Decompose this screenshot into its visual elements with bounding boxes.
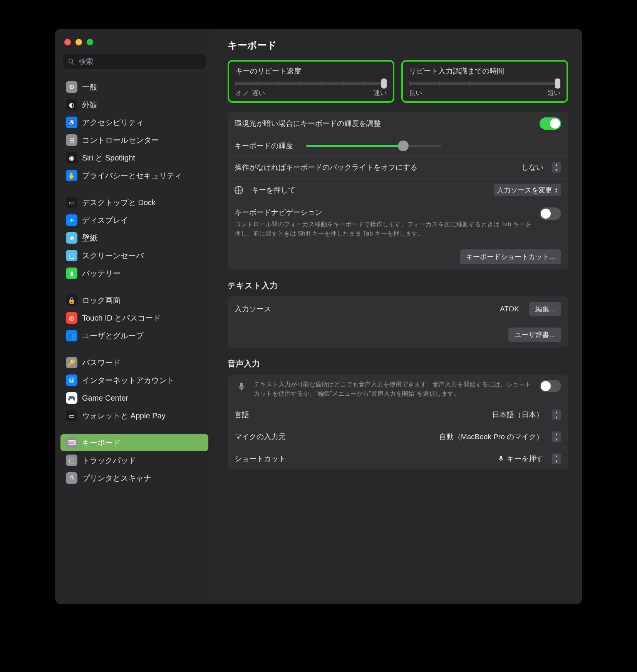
sidebar-item[interactable]: ▮バッテリー [60,265,208,282]
sidebar-item[interactable]: ♿アクセシビリティ [60,114,208,131]
sidebar-item[interactable]: ▭デスクトップと Dock [60,194,208,211]
slider-label: リピート入力認識までの時間 [409,66,560,76]
text-input-card: 入力ソース ATOK 編集... ユーザ辞書... [228,296,568,348]
close-button[interactable] [64,39,71,45]
sidebar-label: 壁紙 [82,233,97,243]
sidebar-item[interactable]: ▢トラックパッド [60,452,208,469]
sidebar-label: バッテリー [82,268,121,279]
sidebar-icon: ◉ [66,152,77,164]
shortcut-popup[interactable]: ▲▼ [552,453,561,464]
delay-slider[interactable] [409,82,560,85]
sidebar-icon: 🎮 [66,392,77,404]
sidebar-nav: ⚙一般◐外観♿アクセシビリティ⊟コントロールセンター◉Siri と Spotli… [60,79,208,595]
sidebar-label: インターネットアカウント [82,375,174,386]
globe-action-popup[interactable]: 入力ソースを変更 ▲▼ [494,184,561,196]
sidebar-item[interactable]: ◉Siri と Spotlight [60,149,208,166]
search-input[interactable] [79,57,201,66]
sidebar-label: デスクトップと Dock [82,197,156,208]
sidebar-icon: 🔒 [66,294,77,306]
sidebar-item[interactable]: ◐外観 [60,96,208,113]
mic-source-row: マイクの入力元 自動（MacBook Pro のマイク） ▲▼ [228,426,568,448]
mic-popup[interactable]: ▲▼ [552,431,561,442]
sidebar-icon: ⎙ [66,472,77,484]
keyboard-nav-toggle[interactable] [540,207,561,220]
search-icon [68,58,75,65]
sidebar-item[interactable]: 🔒ロック画面 [60,292,208,309]
globe-icon [235,186,243,194]
sidebar-item[interactable]: 👥ユーザとグループ [60,327,208,344]
window-controls [60,37,208,54]
sidebar-icon: 🔑 [66,357,77,368]
sidebar-item[interactable]: ✋プライバシーとセキュリティ [60,167,208,184]
sidebar-icon: ⊟ [66,134,77,146]
sidebar-label: ロック画面 [82,295,121,306]
sidebar-icon: 👥 [66,330,77,341]
sidebar-item[interactable]: ⚙一般 [60,79,208,95]
backlight-stepper[interactable]: ▲▼ [552,162,561,173]
sidebar-label: コントロールセンター [82,135,159,145]
sidebar-item[interactable]: 🔑パスワード [60,354,208,371]
sidebar-label: Touch ID とパスコード [82,313,161,323]
sidebar-label: 一般 [82,82,97,92]
key-repeat-slider[interactable] [235,82,387,85]
sidebar-label: ディスプレイ [82,215,128,226]
sidebar-icon: ☀ [66,214,77,226]
sidebar-item[interactable]: ▢スクリーンセーバ [60,247,208,264]
sidebar-item[interactable]: ◍Touch ID とパスコード [60,309,208,326]
keyboard-shortcuts-button[interactable]: キーボードショートカット... [460,249,561,264]
sidebar-item[interactable]: ❀壁紙 [60,229,208,246]
sidebar-label: パスワード [82,358,121,368]
sidebar-icon: @ [66,374,77,386]
sidebar-label: Game Center [82,394,128,403]
sidebar-item[interactable]: ▭ウォレットと Apple Pay [60,407,208,424]
language-popup[interactable]: ▲▼ [552,410,561,420]
sidebar-item[interactable]: ⎙プリンタとスキャナ [60,470,208,486]
sidebar-item[interactable]: @インターネットアカウント [60,372,208,389]
sidebar: ⚙一般◐外観♿アクセシビリティ⊟コントロールセンター◉Siri と Spotli… [55,29,214,604]
ambient-toggle[interactable] [540,117,561,130]
sidebar-label: スクリーンセーバ [82,251,144,261]
ambient-light-row: 環境光が暗い場合にキーボードの輝度を調整 [228,112,568,135]
zoom-button[interactable] [87,39,93,45]
delay-until-repeat-card: リピート入力認識までの時間 長い 短い [401,60,568,103]
sidebar-icon: ◍ [66,312,77,324]
sidebar-label: ウォレットと Apple Pay [82,411,166,421]
page-title: キーボード [228,39,568,52]
sidebar-label: プライバシーとセキュリティ [82,171,182,181]
sidebar-icon: ✋ [66,170,77,181]
sidebar-icon: ▢ [66,250,77,261]
user-dict-row: ユーザ辞書... [228,322,568,348]
keyboard-nav-row: キーボードナビゲーション コントロール間のフォーカス移動をキーボードで操作します… [228,202,568,244]
sidebar-label: トラックパッド [82,455,136,466]
backlight-off-row: 操作がなければキーボードのバックライトをオフにする しない ▲▼ [228,157,568,179]
sidebar-label: キーボード [82,438,121,448]
microphone-icon [235,380,248,394]
sidebar-icon: ▢ [66,455,77,466]
sidebar-label: 外観 [82,100,97,110]
sidebar-icon: ▮ [66,267,77,279]
sidebar-icon: ◐ [66,99,77,110]
sidebar-label: ユーザとグループ [82,331,144,341]
sidebar-item[interactable]: ⊟コントロールセンター [60,132,208,149]
sidebar-icon: ▭ [66,410,77,421]
globe-key-row: キーを押して 入力ソースを変更 ▲▼ [228,179,568,202]
sidebar-icon: ♿ [66,117,77,128]
brightness-slider[interactable] [306,145,441,147]
minimize-button[interactable] [75,39,82,45]
shortcuts-row: キーボードショートカット... [228,244,568,269]
sidebar-item[interactable]: 🎮Game Center [60,389,208,406]
voice-input-heading: 音声入力 [228,358,568,369]
sidebar-label: プリンタとスキャナ [82,473,151,483]
voice-desc-row: テキスト入力が可能な箇所はどこでも音声入力を使用できます。音声入力を開始するには… [228,374,568,404]
sidebar-item[interactable]: ⌨キーボード [60,434,208,451]
sidebar-icon: ▭ [66,197,77,208]
voice-shortcut-row: ショートカット キーを押す ▲▼ [228,448,568,470]
edit-input-source-button[interactable]: 編集... [529,302,561,316]
sidebar-icon: ❀ [66,232,77,244]
sidebar-label: Siri と Spotlight [82,153,135,163]
search-field[interactable] [63,54,206,69]
sidebar-label: アクセシビリティ [82,117,144,128]
sidebar-item[interactable]: ☀ディスプレイ [60,212,208,229]
voice-input-toggle[interactable] [540,380,561,392]
user-dictionary-button[interactable]: ユーザ辞書... [508,328,561,342]
